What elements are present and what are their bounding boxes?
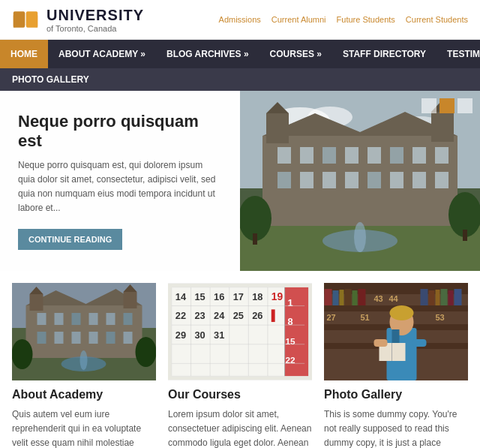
svg-rect-110 xyxy=(448,290,454,305)
svg-rect-58 xyxy=(124,332,133,344)
card-about-image xyxy=(12,283,156,380)
calendar-svg: 14 15 16 17 18 19 22 23 24 25 26 ▌ 29 30… xyxy=(168,283,312,380)
svg-rect-101 xyxy=(333,290,339,305)
svg-point-62 xyxy=(136,337,157,367)
continue-reading-button[interactable]: CONTINUE READING xyxy=(18,229,122,250)
svg-rect-10 xyxy=(262,136,458,233)
slider-dots xyxy=(422,98,472,113)
svg-rect-21 xyxy=(390,147,404,164)
logo-icon xyxy=(12,6,39,33)
card-gallery-text: This is some dummy copy. You're not real… xyxy=(324,407,468,448)
cards-section: About Academy Quis autem vel eum iure re… xyxy=(0,271,480,448)
svg-rect-53 xyxy=(38,332,46,344)
svg-rect-43 xyxy=(30,294,44,311)
svg-text:14: 14 xyxy=(176,291,187,302)
nav-testimonials[interactable]: TESTIMONIALS xyxy=(436,40,480,68)
current-students-link[interactable]: Current Students xyxy=(406,15,468,24)
svg-rect-104 xyxy=(352,290,358,305)
hero-building-svg xyxy=(240,91,480,271)
nav-home[interactable]: HOME xyxy=(0,40,48,68)
svg-rect-108 xyxy=(436,290,440,305)
svg-text:8: 8 xyxy=(288,316,293,327)
card-courses-title: Our Courses xyxy=(168,388,312,401)
svg-text:53: 53 xyxy=(436,313,445,322)
logo-subtitle: of Toronto, Canada xyxy=(46,24,144,33)
logo: UNIVERSITY of Toronto, Canada xyxy=(12,6,144,33)
about-building-svg xyxy=(12,283,156,380)
top-bar: UNIVERSITY of Toronto, Canada Admissions… xyxy=(0,0,480,40)
svg-text:25: 25 xyxy=(233,310,244,321)
top-links: Admissions Current Alumni Future Student… xyxy=(219,15,468,24)
future-students-link[interactable]: Future Students xyxy=(337,15,395,24)
svg-rect-19 xyxy=(345,147,358,164)
svg-rect-103 xyxy=(345,289,352,305)
hero-text: Neque porro quisquam est, qui dolorem ip… xyxy=(18,158,222,216)
svg-rect-109 xyxy=(441,289,448,305)
current-alumni-link[interactable]: Current Alumni xyxy=(272,15,326,24)
main-nav: HOME ABOUT ACADEMY » BLOG ARCHIVES » COU… xyxy=(0,40,480,68)
svg-text:17: 17 xyxy=(233,291,244,302)
nav-blog-archives[interactable]: BLOG ARCHIVES » xyxy=(156,40,260,68)
svg-rect-48 xyxy=(55,313,64,325)
svg-rect-50 xyxy=(89,313,98,325)
card-courses-image: 14 15 16 17 18 19 22 23 24 25 26 ▌ 29 30… xyxy=(168,283,312,380)
svg-rect-28 xyxy=(368,172,381,188)
svg-rect-29 xyxy=(390,172,404,188)
svg-rect-18 xyxy=(322,147,336,164)
svg-rect-107 xyxy=(429,290,435,305)
svg-rect-122 xyxy=(392,329,400,343)
svg-rect-30 xyxy=(412,172,426,188)
card-about-academy: About Academy Quis autem vel eum iure re… xyxy=(12,283,156,448)
svg-text:23: 23 xyxy=(194,310,205,321)
slider-dot-3[interactable] xyxy=(458,98,472,113)
svg-rect-17 xyxy=(300,147,314,164)
svg-rect-123 xyxy=(374,339,388,347)
logo-university: UNIVERSITY xyxy=(46,7,144,24)
svg-rect-31 xyxy=(435,172,448,188)
svg-rect-24 xyxy=(278,172,291,188)
svg-text:31: 31 xyxy=(214,329,224,341)
sub-nav: PHOTO GALLERY xyxy=(0,68,480,91)
svg-rect-106 xyxy=(421,289,428,305)
nav-about-academy[interactable]: ABOUT ACADEMY » xyxy=(48,40,156,68)
svg-rect-56 xyxy=(89,332,98,344)
svg-rect-22 xyxy=(412,147,426,164)
svg-rect-45 xyxy=(124,292,137,308)
svg-rect-100 xyxy=(325,289,332,305)
svg-rect-16 xyxy=(278,147,291,164)
svg-rect-20 xyxy=(368,147,381,164)
svg-rect-55 xyxy=(72,332,81,344)
card-photo-gallery: 43 44 27 51 53 xyxy=(324,283,468,448)
admissions-link[interactable]: Admissions xyxy=(219,15,261,24)
svg-text:43: 43 xyxy=(374,294,383,303)
svg-text:44: 44 xyxy=(389,294,399,303)
svg-rect-124 xyxy=(413,339,427,347)
logo-text: UNIVERSITY of Toronto, Canada xyxy=(46,7,144,33)
svg-text:30: 30 xyxy=(194,329,205,341)
svg-rect-36 xyxy=(253,233,257,245)
slider-dot-2[interactable] xyxy=(440,98,454,113)
cards-container: About Academy Quis autem vel eum iure re… xyxy=(12,283,468,448)
nav-staff-directory[interactable]: STAFF DIRECTORY xyxy=(332,40,436,68)
svg-rect-23 xyxy=(435,147,448,164)
svg-rect-49 xyxy=(72,313,81,325)
slider-dot-1[interactable] xyxy=(422,98,436,113)
svg-point-61 xyxy=(12,339,33,369)
sub-nav-photo-gallery[interactable]: PHOTO GALLERY xyxy=(0,68,101,91)
svg-rect-54 xyxy=(55,332,64,344)
svg-text:22: 22 xyxy=(286,355,296,365)
svg-rect-25 xyxy=(300,172,314,188)
svg-text:51: 51 xyxy=(361,313,370,322)
svg-rect-14 xyxy=(431,112,454,142)
nav-courses[interactable]: COURSES » xyxy=(260,40,332,68)
svg-text:15: 15 xyxy=(194,291,205,302)
svg-text:15: 15 xyxy=(286,336,296,347)
svg-rect-27 xyxy=(345,172,358,188)
svg-text:26: 26 xyxy=(252,310,262,321)
svg-text:1: 1 xyxy=(288,297,293,308)
card-gallery-title: Photo Gallery xyxy=(324,388,468,401)
svg-text:29: 29 xyxy=(176,329,186,341)
svg-text:16: 16 xyxy=(214,291,224,302)
svg-rect-38 xyxy=(463,230,467,241)
svg-text:24: 24 xyxy=(214,310,225,321)
